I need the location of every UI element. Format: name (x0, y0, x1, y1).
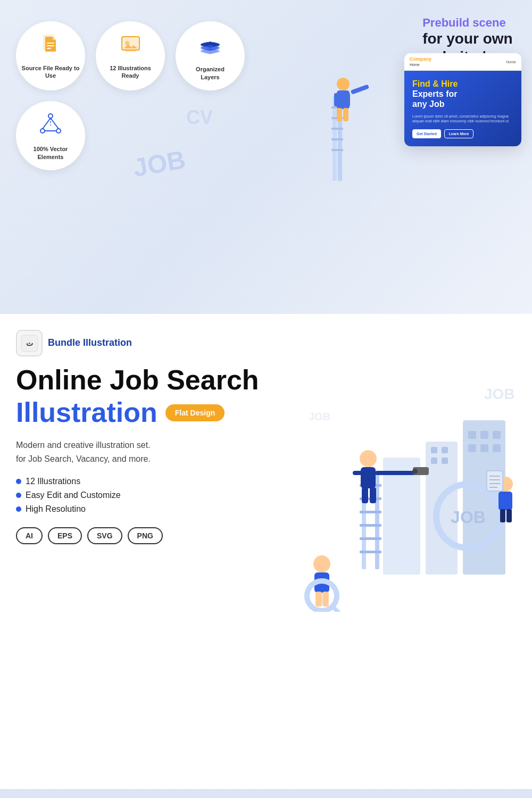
svg-point-25 (337, 78, 350, 90)
svg-rect-23 (331, 138, 343, 140)
deco-cv-text: CV (186, 106, 213, 129)
svg-rect-31 (351, 84, 370, 94)
mock-logo: Company Home (410, 56, 431, 67)
svg-rect-24 (331, 149, 343, 151)
svg-rect-30 (343, 108, 348, 121)
svg-rect-29 (337, 108, 342, 121)
mock-find-hire-title: Find & Hire Experts forany Job (412, 79, 513, 110)
svg-rect-40 (442, 458, 448, 464)
svg-rect-38 (442, 447, 448, 453)
bundle-logo-icon: ت (16, 330, 43, 356)
svg-rect-22 (331, 128, 343, 130)
feature-item-1: 12 Illustrations (16, 477, 516, 486)
svg-rect-37 (431, 447, 437, 453)
bottom-section: CompanyHome Home Services Contact Us Hel… (0, 789, 532, 798)
svg-rect-62 (413, 467, 429, 475)
bundle-badge: ت Bundle Illustration (16, 330, 516, 356)
mock-lorem-text: Lorem ipsum dolor sit amet, consectetur … (412, 114, 513, 124)
main-title: Online Job Search (16, 365, 516, 395)
svg-line-15 (51, 118, 59, 129)
svg-rect-64 (353, 471, 362, 475)
mock-get-started-button[interactable]: Get Started (412, 129, 441, 138)
feature-illustrations-label: 12 IllustrationsReady (110, 64, 151, 80)
feature-item-2: Easy Edit and Customize (16, 491, 516, 500)
layers-icon (197, 31, 223, 62)
svg-rect-43 (493, 431, 501, 439)
mock-card-buttons: Get Started Learn More (412, 129, 513, 138)
vector-icon (37, 111, 64, 142)
middle-section: ت Bundle Illustration Online Job Search … (0, 314, 532, 789)
flat-design-badge: Flat Design (165, 404, 225, 421)
bullet-icon (16, 479, 21, 484)
top-spacer (16, 170, 516, 303)
svg-rect-7 (125, 49, 136, 52)
feature-source-file: Source File Ready to Use (16, 21, 85, 90)
svg-point-13 (56, 129, 61, 133)
svg-text:ت: ت (26, 339, 32, 347)
document-icon (39, 32, 63, 61)
svg-point-11 (48, 114, 53, 118)
format-eps: EPS (48, 527, 82, 544)
illustration-row: Illustration Flat Design (16, 397, 516, 428)
bundle-title: Bundle Illustration (48, 337, 132, 349)
top-section: Source File Ready to Use 12 Illustration… (0, 0, 532, 314)
mock-learn-more-button[interactable]: Learn More (444, 129, 474, 138)
illustration-icon (119, 32, 143, 61)
feature-source-file-label: Source File Ready to Use (21, 64, 80, 80)
svg-rect-41 (468, 431, 476, 439)
svg-rect-44 (468, 444, 476, 452)
feature-organized-layers-label: OrganizedLayers (196, 65, 225, 81)
mock-website-card: Company Home Home Find & Hire Experts fo… (404, 53, 521, 146)
svg-rect-42 (480, 431, 488, 439)
svg-point-63 (412, 469, 418, 474)
format-ai: AI (16, 527, 43, 544)
svg-point-57 (360, 450, 377, 467)
feature-organized-layers: OrganizedLayers (176, 21, 245, 90)
mock-nav: Home (506, 60, 516, 64)
svg-line-14 (43, 118, 51, 129)
mock-card-body: Find & Hire Experts forany Job Lorem ips… (404, 71, 521, 146)
svg-rect-45 (480, 444, 488, 452)
format-svg: SVG (87, 527, 122, 544)
bullet-icon (16, 493, 21, 498)
svg-rect-28 (345, 93, 350, 106)
prebuild-subtitle: Prebuild scene (422, 16, 516, 30)
feature-illustrations: 12 IllustrationsReady (96, 21, 165, 90)
illustration-subtitle: Illustration (16, 397, 157, 428)
feature-vector: 100% VectorElements (16, 101, 85, 170)
svg-rect-39 (431, 458, 437, 464)
svg-rect-27 (334, 93, 339, 106)
feature-vector-label: 100% VectorElements (34, 145, 68, 161)
svg-point-12 (40, 129, 45, 133)
svg-rect-46 (493, 444, 501, 452)
mock-card-header: Company Home Home (404, 53, 521, 71)
format-png: PNG (128, 527, 163, 544)
bullet-icon (16, 506, 21, 512)
svg-rect-61 (375, 471, 418, 475)
top-illustration-figure (287, 64, 394, 199)
product-description: Modern and creative illustration set. fo… (16, 438, 218, 466)
